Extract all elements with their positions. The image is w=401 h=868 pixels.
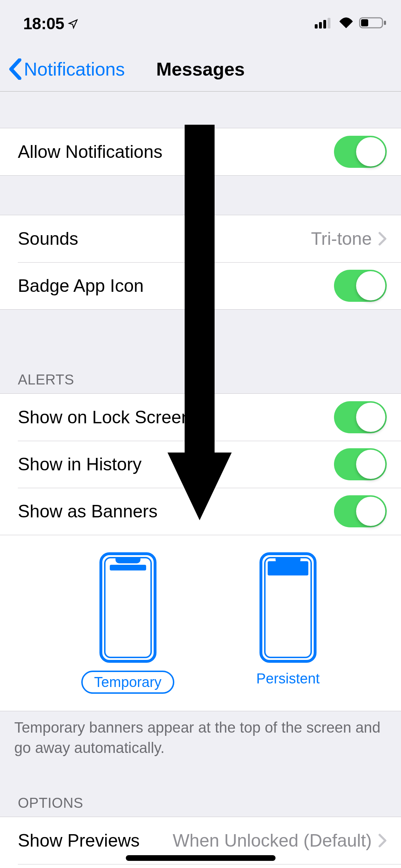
banner-style-persistent[interactable]: Persistent [256,552,320,694]
show-banners-label: Show as Banners [18,501,334,522]
nav-bar: Notifications Messages [0,47,401,92]
status-bar: 18:05 [0,0,401,47]
show-history-row[interactable]: Show in History [0,441,401,488]
status-time-text: 18:05 [23,14,64,33]
banner-style-chooser: Temporary Persistent [0,535,401,711]
alerts-group: Show on Lock Screen Show in History Show… [0,393,401,535]
chevron-right-icon [378,833,387,848]
options-header: OPTIONS [0,783,401,817]
show-lock-label: Show on Lock Screen [18,407,334,428]
show-previews-label: Show Previews [18,830,140,851]
back-button[interactable]: Notifications [9,58,125,80]
alerts-header: ALERTS [0,360,401,393]
persistent-label: Persistent [256,671,320,687]
badge-toggle[interactable] [334,270,387,302]
badge-row[interactable]: Badge App Icon [0,262,401,309]
allow-notifications-label: Allow Notifications [18,141,334,162]
svg-rect-6 [384,21,386,25]
allow-group: Allow Notifications [0,128,401,176]
chevron-left-icon [9,58,22,80]
show-banners-row[interactable]: Show as Banners [0,488,401,535]
show-lock-toggle[interactable] [334,401,387,433]
location-icon [68,14,78,33]
svg-rect-5 [361,19,368,26]
temporary-label: Temporary [81,671,174,694]
svg-rect-2 [323,20,326,29]
battery-icon [359,16,387,31]
allow-notifications-toggle[interactable] [334,136,387,168]
sounds-label: Sounds [18,228,311,249]
status-time: 18:05 [23,14,78,33]
persistent-preview-icon [259,552,317,663]
sounds-row[interactable]: Sounds Tri-tone [0,215,401,262]
home-indicator[interactable] [126,855,276,861]
show-history-toggle[interactable] [334,448,387,480]
svg-rect-1 [319,22,322,29]
show-banners-toggle[interactable] [334,495,387,527]
cellular-icon [315,17,333,30]
svg-rect-0 [315,24,318,29]
wifi-icon [338,17,355,30]
banner-style-temporary[interactable]: Temporary [81,552,174,694]
temporary-preview-icon [99,552,156,663]
chevron-right-icon [378,232,387,246]
sounds-group: Sounds Tri-tone Badge App Icon [0,215,401,310]
svg-rect-3 [328,18,330,29]
next-row-partial[interactable] [0,864,401,868]
back-label: Notifications [24,58,125,80]
show-history-label: Show in History [18,454,334,475]
show-previews-value: When Unlocked (Default) [150,830,372,851]
sounds-value: Tri-tone [311,228,372,249]
allow-notifications-row[interactable]: Allow Notifications [0,128,401,175]
show-lock-row[interactable]: Show on Lock Screen [0,394,401,441]
banners-footer: Temporary banners appear at the top of t… [0,711,401,769]
badge-label: Badge App Icon [18,275,334,296]
status-right [315,16,387,31]
